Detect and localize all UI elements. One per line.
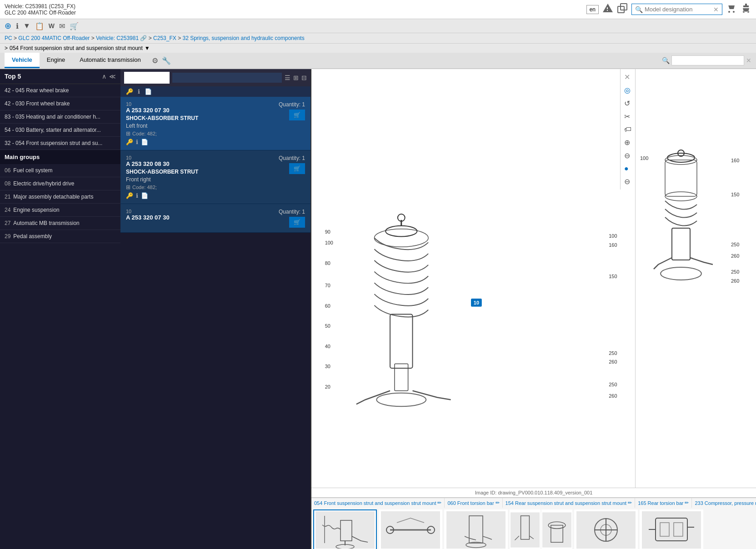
alert-icon[interactable]: [602, 3, 613, 16]
thumb-label-154[interactable]: 154 Rear suspension strut and suspension…: [503, 498, 636, 508]
thumbnail-154a[interactable]: [510, 509, 541, 549]
breadcrumb-strut[interactable]: 054 Front suspension strut and suspensio…: [10, 45, 143, 51]
part-1-key-icon[interactable]: 🔑: [126, 139, 133, 145]
parts-search-box[interactable]: [124, 72, 170, 84]
thumbnails-images: [311, 508, 756, 549]
tab-settings-icon[interactable]: ⚙: [152, 56, 158, 65]
main-layout: Top 5 ∧ ≪ 42 - 045 Rear wheel brake 42 -…: [0, 69, 756, 549]
part-1-wis-icon[interactable]: 📄: [141, 139, 148, 145]
copy-icon[interactable]: [617, 3, 628, 16]
parts-text-input[interactable]: [172, 73, 282, 83]
svg-text:260: 260: [731, 253, 739, 259]
toolbar-cart-icon[interactable]: 🛒: [70, 22, 79, 30]
part-1-number[interactable]: A 253 320 07 30: [126, 107, 198, 114]
zoom-in-icon[interactable]: ⊕: [5, 21, 11, 31]
svg-text:250: 250: [609, 382, 617, 387]
edit-icon[interactable]: 🔗: [140, 35, 147, 41]
header-right: en 🔍 ✕: [586, 3, 751, 16]
thumb-label-233[interactable]: 233 Compressor, pressure re: [692, 498, 756, 508]
part-2-cart-btn[interactable]: 🛒: [289, 163, 305, 174]
diag-info-dot[interactable]: ●: [622, 163, 633, 175]
part-2-number[interactable]: A 253 320 08 30: [126, 160, 198, 167]
thumbnail-154b[interactable]: [541, 509, 572, 549]
thumbnail-165[interactable]: [574, 509, 638, 549]
diag-select-tool[interactable]: ◎: [622, 84, 633, 96]
diag-close-btn[interactable]: ✕: [622, 71, 633, 83]
parts-collapse-btn[interactable]: ⊟: [301, 74, 307, 81]
diag-cut-tool[interactable]: ✂: [622, 110, 633, 123]
tab-vehicle[interactable]: Vehicle: [5, 53, 40, 68]
lang-badge[interactable]: en: [586, 5, 599, 14]
diag-tag-tool[interactable]: 🏷: [622, 124, 633, 135]
parts-list-view-btn[interactable]: ☰: [285, 74, 290, 81]
model-search-input[interactable]: [631, 4, 722, 15]
diag-zoom-out2-tool[interactable]: ⊖: [622, 175, 633, 188]
sidebar-item-29[interactable]: 29Pedal assembly: [0, 230, 120, 243]
tab-search-icon[interactable]: 🔍: [662, 57, 670, 64]
sidebar-item-06[interactable]: 06Fuel cell system: [0, 164, 120, 177]
thumbnail-054[interactable]: [313, 509, 377, 549]
sidebar-item-32-054[interactable]: 32 - 054 Front suspension strut and su..…: [0, 137, 120, 150]
doc-icon[interactable]: 📋: [35, 22, 44, 30]
sidebar-item-24[interactable]: 24Engine suspension: [0, 204, 120, 217]
tabs-bar: Vehicle Engine Automatic transmission ⚙ …: [0, 53, 756, 69]
add-cart-icon[interactable]: [741, 3, 751, 16]
thumb-label-054[interactable]: 054 Front suspension strut and suspensio…: [311, 498, 445, 508]
thumbnail-154-pair[interactable]: [510, 509, 572, 549]
header-cart-icon[interactable]: [726, 3, 737, 16]
part-1-cart-btn[interactable]: 🛒: [289, 110, 305, 120]
part-1-qty: Quantity: 1: [279, 101, 305, 108]
diagram-svg-main[interactable]: 90 100 80 70 60 50 40 30 20 10: [311, 69, 635, 488]
sidebar-item-42-030[interactable]: 42 - 030 Front wheel brake: [0, 97, 120, 110]
breadcrumb-vehicle-model[interactable]: GLC 200 4MATIC Off-Roader: [18, 35, 90, 41]
breadcrumb-fx[interactable]: C253_FX: [153, 35, 176, 41]
search-container: 🔍 ✕: [631, 4, 722, 15]
diag-history-tool[interactable]: ↺: [622, 97, 633, 110]
part-3-qty: Quantity: 1: [279, 209, 305, 215]
diagram-svg-secondary[interactable]: 100 160 150 250 260 250 260: [636, 69, 756, 287]
thumbnail-060[interactable]: [379, 509, 442, 549]
thumb-label-054-edit-icon: ✏: [437, 500, 441, 506]
sidebar-close-icon[interactable]: ≪: [109, 73, 116, 80]
toolbar: ⊕ ℹ ▼ 📋 W ✉ 🛒: [0, 19, 756, 33]
part-2-key-icon[interactable]: 🔑: [126, 192, 133, 199]
thumbnail-154[interactable]: [444, 509, 508, 549]
tab-automatic-transmission[interactable]: Automatic transmission: [72, 53, 148, 68]
tab-clear-icon[interactable]: ✕: [746, 57, 751, 64]
sidebar-item-08[interactable]: 08Electric drive/hybrid drive: [0, 177, 120, 190]
diag-zoom-out-tool[interactable]: ⊖: [622, 150, 633, 162]
part-3-cart-btn[interactable]: 🛒: [289, 217, 305, 228]
info-icon[interactable]: ℹ: [16, 22, 19, 30]
wis-icon[interactable]: W: [49, 22, 55, 30]
sidebar-item-21[interactable]: 21Major assembly detachable parts: [0, 190, 120, 204]
breadcrumb-dropdown[interactable]: ▼: [145, 45, 150, 51]
parts-doc-icon[interactable]: 📄: [145, 88, 152, 95]
breadcrumb-pc[interactable]: PC: [5, 35, 12, 41]
sidebar-collapse-icon[interactable]: ∧: [102, 73, 106, 80]
sidebar-item-54-030[interactable]: 54 - 030 Battery, starter and alternator…: [0, 124, 120, 137]
parts-expand-btn[interactable]: ⊞: [293, 74, 299, 81]
part-3-number[interactable]: A 253 320 07 30: [126, 214, 170, 221]
svg-text:150: 150: [731, 192, 739, 197]
sidebar-item-27[interactable]: 27Automatic MB transmission: [0, 217, 120, 230]
filter-icon[interactable]: ▼: [23, 22, 30, 30]
sidebar-item-42-045[interactable]: 42 - 045 Rear wheel brake: [0, 84, 120, 97]
parts-info-icon[interactable]: ℹ: [138, 88, 140, 95]
breadcrumb-springs[interactable]: 32 Springs, suspension and hydraulic com…: [183, 35, 305, 41]
part-2-wis-icon[interactable]: 📄: [141, 192, 148, 199]
thumb-label-165[interactable]: 165 Rear torsion bar ✏: [635, 498, 692, 508]
tab-search-input[interactable]: [671, 55, 744, 65]
tab-filter2-icon[interactable]: 🔧: [162, 56, 171, 65]
mail-icon[interactable]: ✉: [59, 22, 65, 30]
tab-engine[interactable]: Engine: [40, 53, 72, 68]
sidebar-item-83-035[interactable]: 83 - 035 Heating and air conditioner h..…: [0, 110, 120, 124]
parts-key-icon[interactable]: 🔑: [126, 88, 133, 95]
sidebar-header: Top 5 ∧ ≪: [0, 69, 120, 84]
thumb-label-060[interactable]: 060 Front torsion bar ✏: [445, 498, 502, 508]
thumbnail-233[interactable]: [640, 509, 703, 549]
part-1-info-icon[interactable]: ℹ: [136, 139, 138, 145]
clear-search-icon[interactable]: ✕: [713, 6, 719, 13]
part-2-info-icon[interactable]: ℹ: [136, 192, 138, 199]
diag-zoom-in-tool[interactable]: ⊕: [622, 136, 633, 149]
breadcrumb-vehicle[interactable]: Vehicle: C253981: [96, 35, 139, 41]
